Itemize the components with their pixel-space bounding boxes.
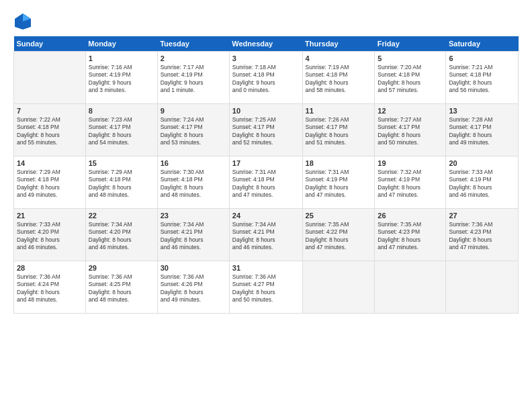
day-cell: 10Sunrise: 7:25 AM Sunset: 4:17 PM Dayli…	[229, 104, 302, 156]
day-number: 30	[161, 264, 226, 272]
weekday-header-wednesday: Wednesday	[229, 36, 302, 52]
day-cell	[375, 261, 446, 314]
day-cell: 23Sunrise: 7:34 AM Sunset: 4:21 PM Dayli…	[157, 209, 229, 261]
weekday-header-monday: Monday	[85, 36, 157, 52]
day-cell	[14, 52, 86, 104]
logo	[13, 12, 35, 31]
day-number: 15	[89, 159, 154, 167]
day-number: 19	[378, 159, 443, 167]
day-info: Sunrise: 7:24 AM Sunset: 4:17 PM Dayligh…	[161, 116, 226, 147]
day-number: 3	[232, 54, 300, 62]
day-cell: 16Sunrise: 7:30 AM Sunset: 4:18 PM Dayli…	[157, 156, 229, 209]
day-cell: 2Sunrise: 7:17 AM Sunset: 4:19 PM Daylig…	[157, 52, 229, 104]
day-info: Sunrise: 7:28 AM Sunset: 4:17 PM Dayligh…	[449, 116, 515, 147]
day-number: 13	[449, 107, 515, 115]
day-cell: 27Sunrise: 7:36 AM Sunset: 4:23 PM Dayli…	[446, 209, 519, 261]
calendar-table: SundayMondayTuesdayWednesdayThursdayFrid…	[13, 36, 519, 314]
day-number: 1	[89, 54, 154, 62]
day-number: 10	[232, 107, 300, 115]
week-row-2: 7Sunrise: 7:22 AM Sunset: 4:18 PM Daylig…	[14, 104, 519, 156]
day-number: 29	[89, 264, 154, 272]
day-info: Sunrise: 7:33 AM Sunset: 4:19 PM Dayligh…	[449, 169, 515, 199]
day-info: Sunrise: 7:36 AM Sunset: 4:25 PM Dayligh…	[89, 273, 154, 304]
weekday-header-tuesday: Tuesday	[157, 36, 229, 52]
day-info: Sunrise: 7:33 AM Sunset: 4:20 PM Dayligh…	[17, 221, 83, 252]
day-info: Sunrise: 7:19 AM Sunset: 4:18 PM Dayligh…	[306, 64, 372, 95]
day-number: 12	[378, 107, 443, 115]
day-cell: 30Sunrise: 7:36 AM Sunset: 4:26 PM Dayli…	[157, 261, 229, 314]
day-number: 18	[306, 159, 372, 167]
day-number: 21	[17, 212, 83, 220]
weekday-header-thursday: Thursday	[302, 36, 375, 52]
day-cell: 17Sunrise: 7:31 AM Sunset: 4:18 PM Dayli…	[229, 156, 302, 209]
day-cell: 25Sunrise: 7:35 AM Sunset: 4:22 PM Dayli…	[302, 209, 375, 261]
header	[13, 12, 519, 31]
weekday-header-row: SundayMondayTuesdayWednesdayThursdayFrid…	[14, 36, 519, 52]
day-number: 27	[449, 212, 515, 220]
day-cell: 29Sunrise: 7:36 AM Sunset: 4:25 PM Dayli…	[85, 261, 157, 314]
day-info: Sunrise: 7:36 AM Sunset: 4:26 PM Dayligh…	[161, 273, 226, 304]
calendar-page: SundayMondayTuesdayWednesdayThursdayFrid…	[0, 0, 532, 411]
day-info: Sunrise: 7:36 AM Sunset: 4:23 PM Dayligh…	[449, 221, 515, 252]
day-number: 11	[306, 107, 372, 115]
week-row-5: 28Sunrise: 7:36 AM Sunset: 4:24 PM Dayli…	[14, 261, 519, 314]
day-cell: 26Sunrise: 7:35 AM Sunset: 4:23 PM Dayli…	[375, 209, 446, 261]
day-info: Sunrise: 7:27 AM Sunset: 4:17 PM Dayligh…	[378, 116, 443, 147]
day-info: Sunrise: 7:20 AM Sunset: 4:18 PM Dayligh…	[378, 64, 443, 95]
day-info: Sunrise: 7:34 AM Sunset: 4:21 PM Dayligh…	[232, 221, 300, 252]
day-cell: 3Sunrise: 7:18 AM Sunset: 4:18 PM Daylig…	[229, 52, 302, 104]
day-cell: 11Sunrise: 7:26 AM Sunset: 4:17 PM Dayli…	[302, 104, 375, 156]
day-cell: 1Sunrise: 7:16 AM Sunset: 4:19 PM Daylig…	[85, 52, 157, 104]
day-info: Sunrise: 7:32 AM Sunset: 4:19 PM Dayligh…	[378, 169, 443, 199]
day-info: Sunrise: 7:35 AM Sunset: 4:23 PM Dayligh…	[378, 221, 443, 252]
day-cell: 4Sunrise: 7:19 AM Sunset: 4:18 PM Daylig…	[302, 52, 375, 104]
day-number: 14	[17, 159, 83, 167]
day-info: Sunrise: 7:22 AM Sunset: 4:18 PM Dayligh…	[17, 116, 83, 147]
day-info: Sunrise: 7:36 AM Sunset: 4:24 PM Dayligh…	[17, 273, 83, 304]
week-row-1: 1Sunrise: 7:16 AM Sunset: 4:19 PM Daylig…	[14, 52, 519, 104]
day-cell: 22Sunrise: 7:34 AM Sunset: 4:20 PM Dayli…	[85, 209, 157, 261]
day-info: Sunrise: 7:29 AM Sunset: 4:18 PM Dayligh…	[17, 169, 83, 199]
day-info: Sunrise: 7:31 AM Sunset: 4:18 PM Dayligh…	[232, 169, 300, 199]
week-row-3: 14Sunrise: 7:29 AM Sunset: 4:18 PM Dayli…	[14, 156, 519, 209]
week-row-4: 21Sunrise: 7:33 AM Sunset: 4:20 PM Dayli…	[14, 209, 519, 261]
day-info: Sunrise: 7:34 AM Sunset: 4:20 PM Dayligh…	[89, 221, 154, 252]
day-number: 28	[17, 264, 83, 272]
day-cell: 15Sunrise: 7:29 AM Sunset: 4:18 PM Dayli…	[85, 156, 157, 209]
day-cell	[446, 261, 519, 314]
day-cell: 8Sunrise: 7:23 AM Sunset: 4:17 PM Daylig…	[85, 104, 157, 156]
day-number: 2	[161, 54, 226, 62]
day-info: Sunrise: 7:31 AM Sunset: 4:19 PM Dayligh…	[306, 169, 372, 199]
day-info: Sunrise: 7:35 AM Sunset: 4:22 PM Dayligh…	[306, 221, 372, 252]
day-cell: 13Sunrise: 7:28 AM Sunset: 4:17 PM Dayli…	[446, 104, 519, 156]
day-number: 6	[449, 54, 515, 62]
day-info: Sunrise: 7:34 AM Sunset: 4:21 PM Dayligh…	[161, 221, 226, 252]
day-cell: 19Sunrise: 7:32 AM Sunset: 4:19 PM Dayli…	[375, 156, 446, 209]
day-cell: 12Sunrise: 7:27 AM Sunset: 4:17 PM Dayli…	[375, 104, 446, 156]
day-cell: 21Sunrise: 7:33 AM Sunset: 4:20 PM Dayli…	[14, 209, 86, 261]
weekday-header-sunday: Sunday	[14, 36, 86, 52]
day-number: 23	[161, 212, 226, 220]
day-cell: 18Sunrise: 7:31 AM Sunset: 4:19 PM Dayli…	[302, 156, 375, 209]
day-cell: 5Sunrise: 7:20 AM Sunset: 4:18 PM Daylig…	[375, 52, 446, 104]
day-number: 7	[17, 107, 83, 115]
weekday-header-saturday: Saturday	[446, 36, 519, 52]
day-number: 31	[232, 264, 300, 272]
day-info: Sunrise: 7:26 AM Sunset: 4:17 PM Dayligh…	[306, 116, 372, 147]
day-info: Sunrise: 7:29 AM Sunset: 4:18 PM Dayligh…	[89, 169, 154, 199]
day-number: 20	[449, 159, 515, 167]
day-number: 24	[232, 212, 300, 220]
day-cell: 28Sunrise: 7:36 AM Sunset: 4:24 PM Dayli…	[14, 261, 86, 314]
day-number: 4	[306, 54, 372, 62]
day-number: 9	[161, 107, 226, 115]
day-number: 25	[306, 212, 372, 220]
day-info: Sunrise: 7:18 AM Sunset: 4:18 PM Dayligh…	[232, 64, 300, 95]
day-cell: 20Sunrise: 7:33 AM Sunset: 4:19 PM Dayli…	[446, 156, 519, 209]
day-info: Sunrise: 7:16 AM Sunset: 4:19 PM Dayligh…	[89, 64, 154, 95]
day-cell	[302, 261, 375, 314]
day-info: Sunrise: 7:30 AM Sunset: 4:18 PM Dayligh…	[161, 169, 226, 199]
day-cell: 7Sunrise: 7:22 AM Sunset: 4:18 PM Daylig…	[14, 104, 86, 156]
day-info: Sunrise: 7:21 AM Sunset: 4:18 PM Dayligh…	[449, 64, 515, 95]
day-number: 5	[378, 54, 443, 62]
day-info: Sunrise: 7:36 AM Sunset: 4:27 PM Dayligh…	[232, 273, 300, 304]
